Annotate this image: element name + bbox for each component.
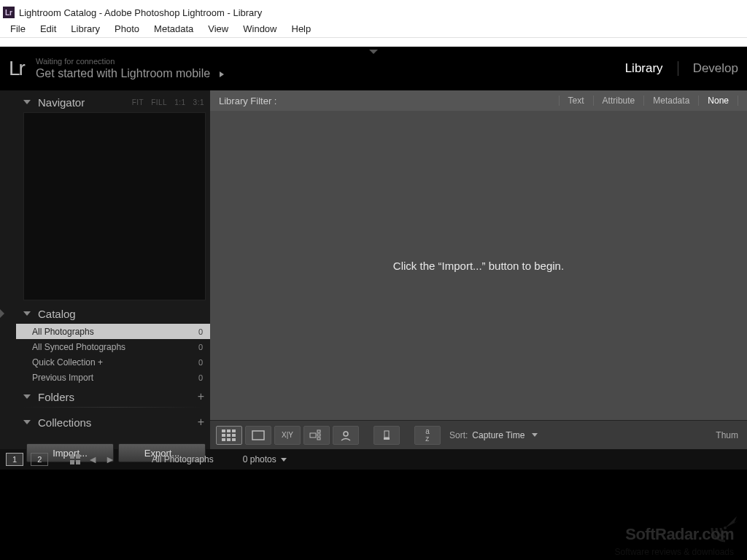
catalog-row-count: 0 bbox=[198, 358, 203, 367]
lightroom-logo: Lr bbox=[9, 57, 24, 80]
photo-count[interactable]: 0 photos bbox=[243, 454, 287, 464]
people-view-icon[interactable] bbox=[333, 426, 359, 445]
loupe-view-icon[interactable] bbox=[245, 426, 271, 445]
sort-control[interactable]: Sort: Capture Time bbox=[449, 430, 538, 440]
compare-view-icon[interactable]: X|Y bbox=[274, 426, 301, 445]
catalog-panel: Catalog All Photographs 0 All Synced Pho… bbox=[16, 303, 210, 385]
nav-zoom-1to1[interactable]: 1:1 bbox=[174, 98, 185, 106]
svg-rect-1 bbox=[227, 429, 231, 432]
navigator-panel: Navigator FIT FILL 1:1 3:1 bbox=[16, 92, 210, 300]
collections-header[interactable]: Collections + bbox=[16, 412, 210, 432]
status-source-path[interactable]: All Photographs bbox=[152, 454, 214, 464]
watermark: SoftRadar.com Software reviews & downloa… bbox=[615, 525, 734, 557]
menu-edit[interactable]: Edit bbox=[33, 22, 63, 36]
svg-rect-18 bbox=[76, 454, 80, 459]
filter-metadata[interactable]: Metadata bbox=[644, 96, 699, 106]
survey-view-icon[interactable] bbox=[303, 426, 330, 445]
navigator-header[interactable]: Navigator FIT FILL 1:1 3:1 bbox=[16, 92, 210, 112]
nav-zoom-3to1[interactable]: 3:1 bbox=[193, 98, 204, 106]
thumbnail-size-label: Thum bbox=[716, 430, 741, 440]
app-chrome: Lr Waiting for connection Get started wi… bbox=[0, 47, 747, 560]
module-separator bbox=[678, 61, 678, 76]
get-started-link[interactable]: Get started with Lightroom mobile bbox=[36, 67, 224, 80]
svg-rect-0 bbox=[222, 429, 225, 432]
module-picker: Library Develop bbox=[625, 61, 738, 76]
disclose-down-icon bbox=[23, 420, 31, 424]
menu-help[interactable]: Help bbox=[285, 22, 319, 36]
left-panel-handle-icon[interactable] bbox=[0, 309, 4, 318]
empty-state-message: Click the “Import...” button to begin. bbox=[393, 260, 564, 272]
nav-zoom-fill[interactable]: FILL bbox=[151, 98, 167, 106]
top-panel-handle-icon[interactable] bbox=[369, 50, 378, 54]
connection-status: Waiting for connection bbox=[36, 57, 224, 66]
library-filter-bar: Library Filter : Text Attribute Metadata… bbox=[210, 90, 747, 111]
divider bbox=[23, 407, 203, 408]
play-arrow-icon bbox=[220, 71, 224, 77]
menubar: File Edit Library Photo Metadata View Wi… bbox=[0, 20, 747, 38]
svg-rect-13 bbox=[317, 438, 320, 440]
svg-rect-2 bbox=[232, 429, 236, 432]
work-area: Navigator FIT FILL 1:1 3:1 Catalog All bbox=[0, 90, 747, 449]
catalog-row-label: All Photographs bbox=[32, 327, 94, 337]
filter-text[interactable]: Text bbox=[559, 96, 594, 106]
grid-view[interactable]: Click the “Import...” button to begin. bbox=[210, 111, 747, 420]
nav-forward-icon[interactable]: ► bbox=[105, 454, 115, 465]
svg-rect-12 bbox=[317, 434, 320, 436]
menu-view[interactable]: View bbox=[201, 22, 236, 36]
svg-rect-17 bbox=[70, 454, 74, 459]
grid-toggle-icon[interactable] bbox=[70, 454, 80, 464]
svg-rect-15 bbox=[384, 431, 389, 438]
menu-metadata[interactable]: Metadata bbox=[147, 22, 201, 36]
nav-zoom-fit[interactable]: FIT bbox=[132, 98, 144, 106]
catalog-row-count: 0 bbox=[198, 327, 203, 336]
disclose-down-icon bbox=[23, 100, 31, 104]
svg-rect-9 bbox=[252, 431, 264, 440]
catalog-row-count: 0 bbox=[198, 343, 203, 351]
sort-direction-icon[interactable]: az bbox=[414, 426, 441, 445]
module-develop[interactable]: Develop bbox=[693, 61, 738, 76]
second-window-button[interactable]: 2 bbox=[31, 453, 48, 466]
collections-title: Collections bbox=[38, 416, 91, 429]
folders-header[interactable]: Folders + bbox=[16, 386, 210, 407]
nav-back-icon[interactable]: ◄ bbox=[88, 454, 98, 465]
left-panel: Navigator FIT FILL 1:1 3:1 Catalog All bbox=[0, 90, 210, 449]
filmstrip[interactable] bbox=[0, 470, 747, 515]
svg-rect-11 bbox=[317, 430, 320, 432]
dropdown-icon bbox=[281, 458, 287, 462]
svg-rect-4 bbox=[227, 434, 231, 437]
grid-view-icon[interactable] bbox=[216, 426, 242, 445]
svg-rect-3 bbox=[222, 434, 225, 437]
menu-library[interactable]: Library bbox=[63, 22, 107, 36]
add-folder-icon[interactable]: + bbox=[198, 390, 204, 403]
svg-rect-10 bbox=[310, 433, 316, 438]
filter-attribute[interactable]: Attribute bbox=[594, 96, 645, 106]
sort-value: Capture Time bbox=[472, 430, 525, 440]
catalog-row-synced[interactable]: All Synced Photographs 0 bbox=[16, 339, 210, 354]
photo-count-text: 0 photos bbox=[243, 454, 276, 464]
svg-rect-8 bbox=[232, 438, 236, 441]
navigator-title: Navigator bbox=[38, 96, 85, 109]
svg-rect-7 bbox=[227, 438, 231, 441]
filter-none[interactable]: None bbox=[699, 96, 738, 106]
main-window-button[interactable]: 1 bbox=[6, 453, 23, 466]
catalog-header[interactable]: Catalog bbox=[16, 303, 210, 324]
navigator-preview[interactable] bbox=[23, 112, 206, 300]
menu-window[interactable]: Window bbox=[236, 22, 284, 36]
add-collection-icon[interactable]: + bbox=[198, 416, 204, 429]
svg-rect-16 bbox=[384, 438, 390, 440]
painter-tool-icon[interactable] bbox=[374, 426, 400, 445]
dropdown-icon bbox=[532, 433, 538, 437]
watermark-brand: SoftRadar.com bbox=[615, 525, 734, 544]
catalog-row-all-photographs[interactable]: All Photographs 0 bbox=[16, 324, 210, 339]
catalog-row-label: All Synced Photographs bbox=[32, 342, 125, 352]
menu-photo[interactable]: Photo bbox=[107, 22, 147, 36]
catalog-row-quick-collection[interactable]: Quick Collection + 0 bbox=[16, 354, 210, 370]
menu-file[interactable]: File bbox=[3, 22, 33, 36]
watermark-subtitle: Software reviews & downloads bbox=[615, 547, 734, 557]
svg-rect-6 bbox=[222, 438, 225, 441]
titlebar: Lr Lightroom Catalog - Adobe Photoshop L… bbox=[0, 0, 747, 20]
catalog-row-previous-import[interactable]: Previous Import 0 bbox=[16, 370, 210, 385]
folders-title: Folders bbox=[38, 391, 74, 403]
module-library[interactable]: Library bbox=[625, 61, 663, 76]
catalog-row-label: Quick Collection + bbox=[32, 357, 103, 368]
